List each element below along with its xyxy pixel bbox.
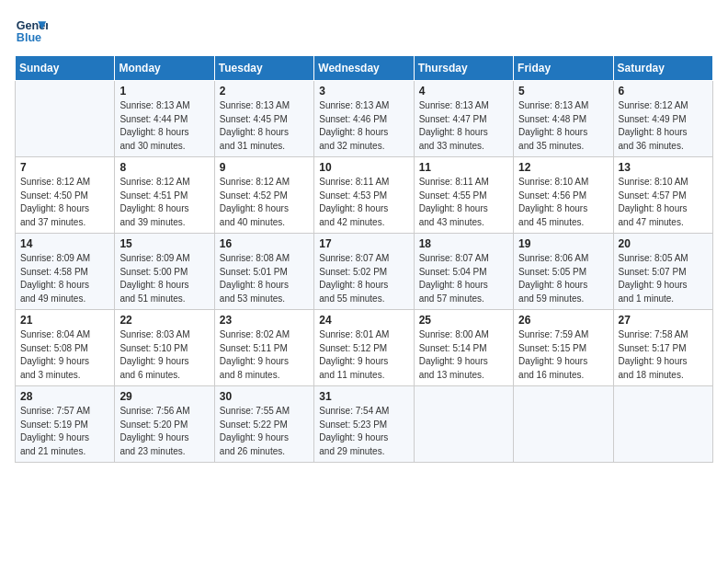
week-row-2: 7Sunrise: 8:12 AMSunset: 4:50 PMDaylight… bbox=[16, 157, 713, 234]
day-number: 31 bbox=[319, 390, 408, 403]
day-cell bbox=[16, 81, 115, 157]
week-row-4: 21Sunrise: 8:04 AMSunset: 5:08 PMDayligh… bbox=[16, 310, 713, 386]
day-number: 14 bbox=[20, 237, 109, 250]
day-number: 20 bbox=[619, 237, 708, 250]
day-cell: 20Sunrise: 8:05 AMSunset: 5:07 PMDayligh… bbox=[613, 234, 712, 310]
day-cell: 8Sunrise: 8:12 AMSunset: 4:51 PMDaylight… bbox=[115, 157, 214, 234]
day-cell: 17Sunrise: 8:07 AMSunset: 5:02 PMDayligh… bbox=[314, 234, 414, 310]
day-number: 19 bbox=[518, 237, 608, 250]
day-info: Sunrise: 8:09 AMSunset: 4:58 PMDaylight:… bbox=[20, 252, 109, 305]
logo: General Blue bbox=[15, 15, 48, 48]
day-cell: 24Sunrise: 8:01 AMSunset: 5:12 PMDayligh… bbox=[314, 310, 414, 386]
day-cell: 30Sunrise: 7:55 AMSunset: 5:22 PMDayligh… bbox=[214, 386, 313, 463]
day-number: 25 bbox=[419, 314, 508, 327]
day-number: 26 bbox=[518, 314, 608, 327]
day-info: Sunrise: 8:08 AMSunset: 5:01 PMDaylight:… bbox=[220, 252, 309, 305]
day-info: Sunrise: 7:58 AMSunset: 5:17 PMDaylight:… bbox=[619, 328, 708, 382]
header-row: SundayMondayTuesdayWednesdayThursdayFrid… bbox=[16, 56, 713, 81]
day-info: Sunrise: 7:59 AMSunset: 5:15 PMDaylight:… bbox=[518, 328, 608, 382]
day-cell: 13Sunrise: 8:10 AMSunset: 4:57 PMDayligh… bbox=[613, 157, 712, 234]
day-info: Sunrise: 7:55 AMSunset: 5:22 PMDaylight:… bbox=[220, 405, 309, 458]
day-number: 24 bbox=[319, 314, 408, 327]
day-number: 16 bbox=[220, 237, 309, 250]
day-number: 1 bbox=[119, 85, 209, 98]
day-cell: 1Sunrise: 8:13 AMSunset: 4:44 PMDaylight… bbox=[115, 81, 214, 157]
day-cell: 4Sunrise: 8:13 AMSunset: 4:47 PMDaylight… bbox=[414, 81, 513, 157]
day-cell: 15Sunrise: 8:09 AMSunset: 5:00 PMDayligh… bbox=[115, 234, 214, 310]
logo-icon: General Blue bbox=[15, 15, 48, 48]
day-number: 11 bbox=[419, 161, 508, 174]
day-number: 29 bbox=[119, 390, 209, 403]
day-cell: 29Sunrise: 7:56 AMSunset: 5:20 PMDayligh… bbox=[115, 386, 214, 463]
day-cell: 22Sunrise: 8:03 AMSunset: 5:10 PMDayligh… bbox=[115, 310, 214, 386]
day-number: 4 bbox=[419, 85, 508, 98]
day-cell: 28Sunrise: 7:57 AMSunset: 5:19 PMDayligh… bbox=[16, 386, 115, 463]
header-cell-saturday: Saturday bbox=[613, 56, 712, 81]
day-info: Sunrise: 8:07 AMSunset: 5:02 PMDaylight:… bbox=[319, 252, 408, 305]
day-number: 3 bbox=[319, 85, 408, 98]
day-info: Sunrise: 8:03 AMSunset: 5:10 PMDaylight:… bbox=[119, 328, 209, 382]
day-number: 18 bbox=[419, 237, 508, 250]
day-cell: 12Sunrise: 8:10 AMSunset: 4:56 PMDayligh… bbox=[514, 157, 613, 234]
header-cell-monday: Monday bbox=[115, 56, 214, 81]
header-cell-friday: Friday bbox=[514, 56, 613, 81]
day-cell: 27Sunrise: 7:58 AMSunset: 5:17 PMDayligh… bbox=[613, 310, 712, 386]
day-number: 5 bbox=[518, 85, 608, 98]
week-row-5: 28Sunrise: 7:57 AMSunset: 5:19 PMDayligh… bbox=[16, 386, 713, 463]
day-number: 27 bbox=[619, 314, 708, 327]
day-number: 8 bbox=[119, 161, 209, 174]
day-cell: 19Sunrise: 8:06 AMSunset: 5:05 PMDayligh… bbox=[514, 234, 613, 310]
header-cell-sunday: Sunday bbox=[16, 56, 115, 81]
day-info: Sunrise: 7:57 AMSunset: 5:19 PMDaylight:… bbox=[20, 405, 109, 458]
day-number: 9 bbox=[220, 161, 309, 174]
day-number: 22 bbox=[119, 314, 209, 327]
day-cell: 14Sunrise: 8:09 AMSunset: 4:58 PMDayligh… bbox=[16, 234, 115, 310]
day-cell: 26Sunrise: 7:59 AMSunset: 5:15 PMDayligh… bbox=[514, 310, 613, 386]
day-cell: 9Sunrise: 8:12 AMSunset: 4:52 PMDaylight… bbox=[214, 157, 313, 234]
day-number: 17 bbox=[319, 237, 408, 250]
day-info: Sunrise: 8:12 AMSunset: 4:49 PMDaylight:… bbox=[619, 99, 708, 153]
day-cell: 11Sunrise: 8:11 AMSunset: 4:55 PMDayligh… bbox=[414, 157, 513, 234]
day-cell: 7Sunrise: 8:12 AMSunset: 4:50 PMDaylight… bbox=[16, 157, 115, 234]
day-info: Sunrise: 8:13 AMSunset: 4:45 PMDaylight:… bbox=[220, 99, 309, 153]
day-cell: 6Sunrise: 8:12 AMSunset: 4:49 PMDaylight… bbox=[613, 81, 712, 157]
day-cell bbox=[414, 386, 513, 463]
day-number: 23 bbox=[220, 314, 309, 327]
day-cell: 3Sunrise: 8:13 AMSunset: 4:46 PMDaylight… bbox=[314, 81, 414, 157]
day-number: 15 bbox=[119, 237, 209, 250]
day-number: 10 bbox=[319, 161, 408, 174]
header-cell-wednesday: Wednesday bbox=[314, 56, 414, 81]
day-info: Sunrise: 8:10 AMSunset: 4:57 PMDaylight:… bbox=[619, 176, 708, 229]
calendar-table: SundayMondayTuesdayWednesdayThursdayFrid… bbox=[15, 55, 713, 463]
day-info: Sunrise: 7:54 AMSunset: 5:23 PMDaylight:… bbox=[319, 405, 408, 458]
day-info: Sunrise: 8:12 AMSunset: 4:52 PMDaylight:… bbox=[220, 176, 309, 229]
day-cell: 31Sunrise: 7:54 AMSunset: 5:23 PMDayligh… bbox=[314, 386, 414, 463]
page-header: General Blue bbox=[15, 15, 713, 48]
day-number: 12 bbox=[518, 161, 608, 174]
day-number: 21 bbox=[20, 314, 109, 327]
day-number: 2 bbox=[220, 85, 309, 98]
day-info: Sunrise: 8:12 AMSunset: 4:51 PMDaylight:… bbox=[119, 176, 209, 229]
day-info: Sunrise: 8:02 AMSunset: 5:11 PMDaylight:… bbox=[220, 328, 309, 382]
week-row-3: 14Sunrise: 8:09 AMSunset: 4:58 PMDayligh… bbox=[16, 234, 713, 310]
day-info: Sunrise: 8:11 AMSunset: 4:53 PMDaylight:… bbox=[319, 176, 408, 229]
day-number: 28 bbox=[20, 390, 109, 403]
svg-text:Blue: Blue bbox=[17, 31, 41, 44]
day-cell bbox=[613, 386, 712, 463]
day-info: Sunrise: 8:13 AMSunset: 4:46 PMDaylight:… bbox=[319, 99, 408, 153]
day-cell: 21Sunrise: 8:04 AMSunset: 5:08 PMDayligh… bbox=[16, 310, 115, 386]
day-info: Sunrise: 8:01 AMSunset: 5:12 PMDaylight:… bbox=[319, 328, 408, 382]
day-info: Sunrise: 8:13 AMSunset: 4:44 PMDaylight:… bbox=[119, 99, 209, 153]
day-info: Sunrise: 8:09 AMSunset: 5:00 PMDaylight:… bbox=[119, 252, 209, 305]
day-info: Sunrise: 8:00 AMSunset: 5:14 PMDaylight:… bbox=[419, 328, 508, 382]
day-cell: 23Sunrise: 8:02 AMSunset: 5:11 PMDayligh… bbox=[214, 310, 313, 386]
day-cell: 10Sunrise: 8:11 AMSunset: 4:53 PMDayligh… bbox=[314, 157, 414, 234]
day-cell: 18Sunrise: 8:07 AMSunset: 5:04 PMDayligh… bbox=[414, 234, 513, 310]
day-info: Sunrise: 7:56 AMSunset: 5:20 PMDaylight:… bbox=[119, 405, 209, 458]
header-cell-tuesday: Tuesday bbox=[214, 56, 313, 81]
week-row-1: 1Sunrise: 8:13 AMSunset: 4:44 PMDaylight… bbox=[16, 81, 713, 157]
day-info: Sunrise: 8:06 AMSunset: 5:05 PMDaylight:… bbox=[518, 252, 608, 305]
day-info: Sunrise: 8:10 AMSunset: 4:56 PMDaylight:… bbox=[518, 176, 608, 229]
day-info: Sunrise: 8:11 AMSunset: 4:55 PMDaylight:… bbox=[419, 176, 508, 229]
day-cell: 2Sunrise: 8:13 AMSunset: 4:45 PMDaylight… bbox=[214, 81, 313, 157]
